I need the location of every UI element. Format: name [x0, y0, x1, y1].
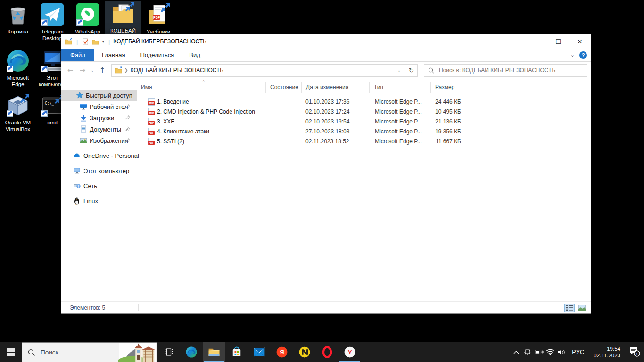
back-button[interactable]: ←	[64, 66, 76, 74]
desktop-icon-uchebniki[interactable]: PDF Учебники	[140, 2, 176, 35]
address-bar[interactable]: ❯ КОДЕБАЙ КИБЕРБЕЗОПАСНОСТЬ ⌄ ↻	[111, 64, 418, 77]
column-header-type[interactable]: Тип	[370, 82, 431, 93]
taskbar-store-button[interactable]	[225, 342, 248, 362]
breadcrumb-path[interactable]: КОДЕБАЙ КИБЕРБЕЗОПАСНОСТЬ	[131, 67, 224, 74]
sidebar-item-label: Документы	[90, 126, 121, 133]
taskbar-search-box[interactable]	[22, 342, 157, 362]
column-headers: ⌃ Имя Состояние Дата изменения Тип Разме…	[137, 82, 591, 93]
file-row[interactable]: PDF 3. XXE 02.10.2023 19:54 Microsoft Ed…	[137, 116, 591, 126]
desktop-icon-kodebay[interactable]: PDF КОДЕБАЙ	[105, 1, 141, 34]
yandex-icon: Я	[276, 346, 288, 358]
column-header-status[interactable]: Состояние	[266, 82, 302, 93]
column-header-size[interactable]: Размер	[431, 82, 470, 93]
file-row[interactable]: PDF 5. SSTI (2) 02.11.2023 18:52 Microso…	[137, 136, 591, 146]
desktop-icon-edge[interactable]: Microsoft Edge	[0, 49, 36, 88]
search-input[interactable]	[438, 66, 583, 74]
taskbar-n-yellow-app-button[interactable]	[293, 342, 316, 362]
thumbnails-view-button[interactable]	[577, 304, 587, 312]
taskbar-yandex-browser-button[interactable]: Y	[339, 342, 361, 362]
file-size: 24 446 КБ	[431, 99, 461, 105]
search-icon	[428, 67, 434, 74]
tray-display-icon[interactable]	[522, 342, 533, 362]
taskbar-edge-button[interactable]	[180, 342, 203, 362]
details-view-button[interactable]	[564, 304, 575, 312]
documents-icon	[80, 125, 87, 133]
pdf-file-icon: PDF	[148, 98, 155, 106]
sidebar-item-documents[interactable]: Документы	[61, 123, 137, 135]
onedrive-icon	[73, 152, 81, 159]
file-size: 21 136 КБ	[431, 118, 461, 125]
file-name: 1. Введение	[157, 99, 263, 105]
sidebar-item-desktop[interactable]: Рабочий стол	[61, 101, 137, 112]
task-view-button[interactable]	[157, 342, 180, 362]
tab-view[interactable]: Вид	[182, 49, 208, 61]
new-folder-button-icon[interactable]	[92, 38, 99, 45]
tab-share[interactable]: Поделиться	[132, 49, 182, 61]
taskbar-opera-button[interactable]	[316, 342, 339, 362]
recent-locations-icon[interactable]: ⌄	[89, 68, 96, 73]
pin-icon	[125, 126, 130, 132]
desktop-icon-label: Microsoft Edge	[0, 74, 36, 88]
file-type: Microsoft Edge P...	[375, 99, 422, 105]
file-row[interactable]: PDF 1. Введение 01.10.2023 17:36 Microso…	[137, 97, 591, 107]
n-yellow-app-icon	[298, 346, 311, 358]
sidebar-item-label: Изображения	[90, 137, 128, 144]
file-type: Microsoft Edge P...	[375, 128, 422, 135]
file-name: 5. SSTI (2)	[157, 138, 263, 145]
forward-button[interactable]: →	[76, 66, 89, 74]
system-tray: РУС 19:54 02.11.2023 1	[511, 342, 644, 362]
maximize-button[interactable]: ☐	[547, 34, 569, 49]
tab-home[interactable]: Главная	[94, 49, 132, 61]
desktop-icon-virtualbox[interactable]: Oracle VM VirtualBox	[0, 93, 36, 132]
up-button[interactable]: ↑	[96, 66, 108, 74]
pdf-file-icon: PDF	[148, 128, 155, 135]
desktop-icon-recycle-bin[interactable]: Корзина	[0, 2, 36, 35]
file-row[interactable]: PDF 4. Клиентские атаки 27.10.2023 18:03…	[137, 126, 591, 136]
address-dropdown-icon[interactable]: ⌄	[393, 65, 405, 76]
qat-customize-icon[interactable]: ▾	[102, 39, 104, 44]
close-button[interactable]: ✕	[569, 34, 591, 49]
pdf-badge-text: PDF	[153, 16, 160, 19]
taskbar-file-explorer-button[interactable]	[203, 342, 225, 362]
volume-icon[interactable]	[556, 342, 567, 362]
file-row[interactable]: PDF 2. CMD Injection & PHP Code Injectio…	[137, 107, 591, 116]
column-header-modified[interactable]: Дата изменения	[302, 82, 370, 93]
notification-center-button[interactable]: 1	[625, 342, 644, 362]
tab-file[interactable]: Файл	[61, 49, 94, 61]
search-box[interactable]	[424, 64, 587, 77]
sidebar-item-downloads[interactable]: Загрузки	[61, 112, 137, 123]
sidebar-item-pictures[interactable]: Изображения	[61, 135, 137, 146]
taskbar-yandex-button[interactable]: Я	[271, 342, 293, 362]
sidebar-item-quick-access[interactable]: Быстрый доступ	[61, 90, 137, 101]
clock[interactable]: 19:54 02.11.2023	[589, 346, 625, 359]
tray-expand-icon[interactable]	[511, 342, 522, 362]
desktop-icon-whatsapp[interactable]: WhatsApp	[70, 2, 106, 35]
properties-button-icon[interactable]	[82, 38, 89, 45]
sidebar-item-network[interactable]: Сеть	[61, 180, 137, 191]
breadcrumb-chevron-icon[interactable]: ❯	[124, 68, 128, 73]
battery-icon[interactable]	[533, 342, 545, 362]
file-rows: PDF 1. Введение 01.10.2023 17:36 Microso…	[137, 97, 591, 146]
sidebar-item-this-pc[interactable]: Этот компьютер	[61, 165, 137, 176]
pdf-badge-text: PDF	[148, 141, 155, 145]
navigation-bar: ← → ⌄ ↑ ❯ КОДЕБАЙ КИБЕРБЕЗОПАСНОСТЬ ⌄ ↻	[61, 62, 591, 79]
minimize-button[interactable]: —	[526, 34, 547, 49]
help-icon[interactable]: ?	[579, 51, 587, 59]
taskbar-search-input[interactable]	[40, 348, 101, 356]
start-button[interactable]	[0, 342, 22, 362]
language-indicator[interactable]: РУС	[567, 349, 589, 355]
search-icon	[28, 349, 35, 356]
ribbon-collapse-icon[interactable]: ⌄	[570, 52, 575, 58]
taskbar-mail-button[interactable]	[248, 342, 271, 362]
refresh-icon[interactable]: ↻	[405, 65, 417, 76]
search-highlight-image[interactable]	[118, 343, 157, 362]
task-view-icon	[165, 348, 173, 356]
file-name: 3. XXE	[157, 118, 263, 125]
sidebar-item-onedrive[interactable]: OneDrive - Personal	[61, 150, 137, 161]
sidebar-item-linux[interactable]: Linux	[61, 195, 137, 206]
file-modified: 01.10.2023 17:36	[305, 99, 349, 105]
pictures-icon	[80, 137, 87, 144]
column-header-name[interactable]: Имя	[137, 82, 266, 93]
shortcut-arrow-icon	[41, 66, 48, 72]
wifi-icon[interactable]	[545, 342, 556, 362]
